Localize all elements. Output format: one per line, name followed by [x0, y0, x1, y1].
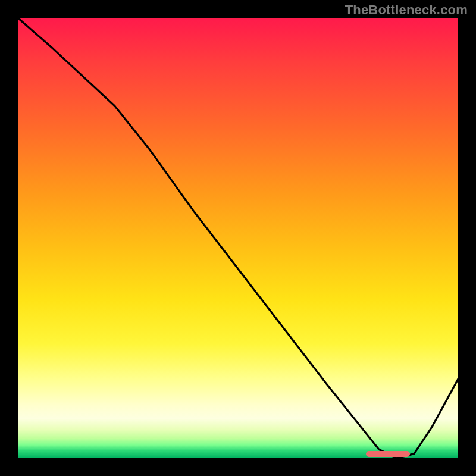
plot-area: [18, 18, 458, 458]
bottleneck-curve-line: [18, 18, 458, 458]
watermark-text: TheBottleneck.com: [345, 2, 468, 18]
chart-stage: TheBottleneck.com: [0, 0, 476, 476]
optimum-range-marker: [366, 451, 410, 457]
